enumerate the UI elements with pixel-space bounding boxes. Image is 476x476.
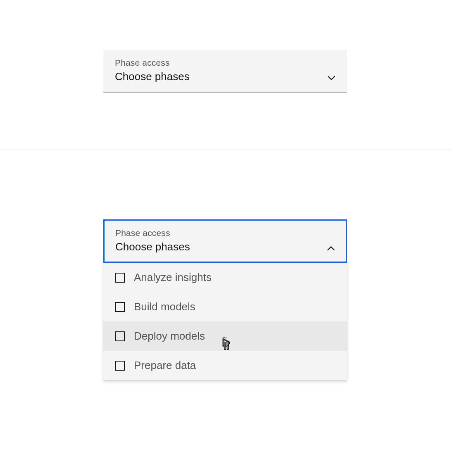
phase-access-dropdown-open: Phase access Choose phases Analyze insig… <box>103 219 347 380</box>
checkbox[interactable] <box>115 331 125 341</box>
checkbox[interactable] <box>115 361 125 371</box>
dropdown-text-group: Phase access Choose phases <box>115 227 190 254</box>
menu-item-label: Analyze insights <box>134 271 212 284</box>
phase-access-dropdown-closed[interactable]: Phase access Choose phases <box>103 50 347 93</box>
menu-item-prepare-data[interactable]: Prepare data <box>103 351 347 380</box>
menu-item-label: Deploy models <box>134 330 205 343</box>
dropdown-value: Choose phases <box>115 240 190 254</box>
menu-item-build-models[interactable]: Build models <box>103 292 347 321</box>
menu-item-label: Prepare data <box>134 359 196 372</box>
checkbox[interactable] <box>115 273 125 283</box>
checkbox[interactable] <box>115 302 125 312</box>
dropdown-value: Choose phases <box>115 70 190 84</box>
section-divider <box>0 150 451 150</box>
dropdown-menu: Analyze insights Build models Deploy mod… <box>103 263 347 380</box>
chevron-down-icon <box>327 76 336 81</box>
dropdown-open-header[interactable]: Phase access Choose phases <box>103 219 347 263</box>
dropdown-label: Phase access <box>115 227 190 238</box>
menu-item-label: Build models <box>134 300 195 313</box>
menu-item-analyze-insights[interactable]: Analyze insights <box>103 263 347 292</box>
chevron-up-icon <box>327 246 335 251</box>
dropdown-text-group: Phase access Choose phases <box>115 57 190 84</box>
dropdown-label: Phase access <box>115 57 190 68</box>
menu-item-deploy-models[interactable]: Deploy models <box>103 321 347 351</box>
